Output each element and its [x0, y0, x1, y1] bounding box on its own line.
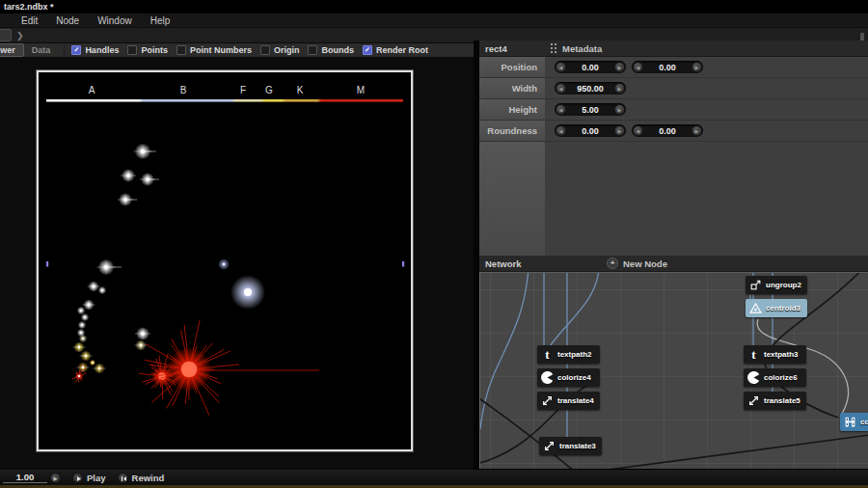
translate-icon	[747, 394, 760, 407]
spinner-decrement-button[interactable]: ◀	[556, 125, 566, 136]
spinner-decrement-button[interactable]: ◀	[633, 62, 643, 72]
rewind-button[interactable]: Rewind	[118, 473, 165, 483]
node-textpath2[interactable]: ttextpath2	[537, 345, 600, 364]
spectral-line	[46, 99, 403, 102]
spinner-decrement-button[interactable]: ◀	[556, 62, 566, 72]
centroid-icon	[749, 302, 762, 314]
value-spinner[interactable]: ◀950.00▶	[555, 82, 626, 95]
colorize-icon	[541, 371, 554, 384]
translate-icon	[541, 394, 554, 407]
node-translate4[interactable]: translate4	[537, 392, 600, 410]
textpath-icon: t	[747, 348, 760, 361]
new-node-label: New Node	[623, 258, 667, 269]
node-label: combine1	[860, 418, 868, 426]
play-button[interactable]: Play	[72, 473, 106, 483]
node-colorize6[interactable]: colorize6	[744, 368, 806, 387]
selected-node-name: rect4	[479, 43, 545, 54]
network-canvas[interactable]: ungroup2centroid3ttextpath2colorize4tran…	[479, 272, 868, 469]
toolbar-checkbox-points[interactable]: Points	[127, 45, 168, 55]
tab-data[interactable]: Data	[24, 44, 59, 56]
param-label: Roundness	[479, 121, 545, 141]
viewport-handle[interactable]	[46, 261, 48, 267]
spinner-value[interactable]: 0.00	[644, 63, 691, 72]
node-translate3[interactable]: translate3	[539, 437, 602, 455]
spinner-value[interactable]: 0.00	[567, 63, 613, 72]
spinner-increment-button[interactable]: ▶	[614, 125, 625, 136]
menu-node[interactable]: Node	[56, 15, 79, 26]
spinner-value[interactable]: 0.00	[567, 126, 613, 136]
tab-viewer[interactable]: Viewer	[0, 43, 24, 57]
node-translate5[interactable]: translate5	[744, 392, 806, 410]
value-spinner[interactable]: ◀0.00▶	[632, 61, 703, 73]
svg-text:t: t	[751, 348, 756, 361]
parameters-panel: rect4 Metadata Position◀0.00▶◀0.00▶Width…	[479, 41, 868, 256]
node-label: translate4	[557, 396, 594, 405]
param-row-width: Width◀950.00▶	[479, 78, 868, 99]
spinner-decrement-button[interactable]: ◀	[556, 83, 566, 94]
checkbox-unchecked-icon	[260, 45, 270, 55]
toolbar-checkbox-render-root[interactable]: ✓Render Root	[363, 45, 428, 55]
menu-window[interactable]: Window	[97, 15, 132, 26]
node-combine1[interactable]: combine1	[840, 413, 868, 431]
spinner-increment-button[interactable]: ▶	[614, 62, 625, 72]
menu-edit[interactable]: Edit	[21, 15, 38, 26]
checkbox-checked-icon: ✓	[71, 45, 81, 55]
spinner-increment-button[interactable]: ▶	[614, 83, 625, 94]
new-node-button[interactable]: + New Node	[607, 258, 667, 269]
grip-icon	[551, 43, 557, 53]
node-colorize4[interactable]: colorize4	[537, 368, 600, 387]
spinner-increment-button[interactable]: ▶	[614, 104, 625, 115]
breadcrumb-root-button[interactable]	[0, 29, 12, 41]
toolbar-checkbox-handles[interactable]: ✓Handles	[71, 45, 119, 55]
viewer-toolbar: ViewerData ✓HandlesPointsPoint NumbersOr…	[0, 43, 474, 57]
viewer-pane: ABFGKM	[0, 57, 474, 470]
spectral-class-label: F	[240, 85, 246, 95]
frame-drag-handle[interactable]: ▶	[50, 473, 61, 483]
spinner-decrement-button[interactable]: ◀	[556, 104, 566, 115]
translate-icon	[543, 440, 556, 452]
combine-icon	[844, 416, 856, 428]
parameter-label-column	[479, 142, 545, 256]
checkbox-label: Handles	[85, 45, 119, 55]
toolbar-divider	[64, 44, 65, 56]
viewport-handle[interactable]	[402, 261, 404, 267]
node-label: centroid3	[766, 304, 800, 312]
colorize-icon	[747, 371, 760, 384]
value-spinner[interactable]: ◀0.00▶	[632, 124, 703, 137]
spinner-increment-button[interactable]: ▶	[692, 62, 702, 72]
value-spinner[interactable]: ◀5.00▶	[555, 103, 626, 116]
metadata-button[interactable]: Metadata	[551, 43, 602, 54]
frame-value-field[interactable]: 1.00	[3, 472, 47, 483]
checkbox-label: Origin	[274, 45, 300, 55]
value-spinner[interactable]: ◀0.00▶	[555, 124, 626, 137]
node-textpath3[interactable]: ttextpath3	[744, 345, 806, 364]
checkbox-label: Points	[141, 45, 168, 55]
spinner-value[interactable]: 0.00	[644, 126, 691, 136]
window-title: tars2.ndbx *	[4, 2, 54, 12]
spinner-decrement-button[interactable]: ◀	[633, 125, 643, 136]
transport-bar: 1.00 ▶ Play Rewind	[0, 470, 868, 488]
toolbar-checkbox-bounds[interactable]: Bounds	[308, 45, 354, 55]
spinner-value[interactable]: 5.00	[567, 105, 613, 115]
checkbox-label: Bounds	[321, 45, 354, 55]
param-label: Height	[479, 99, 545, 120]
menu-help[interactable]: Help	[150, 15, 171, 26]
rewind-icon	[118, 473, 128, 483]
render-canvas: ABFGKM	[37, 70, 413, 451]
spectral-class-label: A	[89, 85, 95, 95]
plus-icon: +	[607, 258, 618, 269]
toolbar-checkbox-origin[interactable]: Origin	[260, 45, 300, 55]
play-icon	[72, 473, 83, 483]
node-centroid3[interactable]: centroid3	[746, 299, 807, 317]
value-spinner[interactable]: ◀0.00▶	[555, 61, 626, 73]
spinner-value[interactable]: 950.00	[567, 84, 613, 94]
toolbar-checkbox-point-numbers[interactable]: Point Numbers	[176, 45, 252, 55]
spinner-increment-button[interactable]: ▶	[692, 125, 702, 136]
textpath-icon: t	[541, 348, 554, 361]
parameter-field-column	[545, 142, 868, 256]
spectral-class-label: B	[180, 85, 187, 95]
node-label: colorize4	[557, 373, 591, 382]
node-ungroup2[interactable]: ungroup2	[746, 276, 807, 294]
node-label: ungroup2	[766, 281, 801, 289]
param-label: Position	[479, 57, 545, 77]
